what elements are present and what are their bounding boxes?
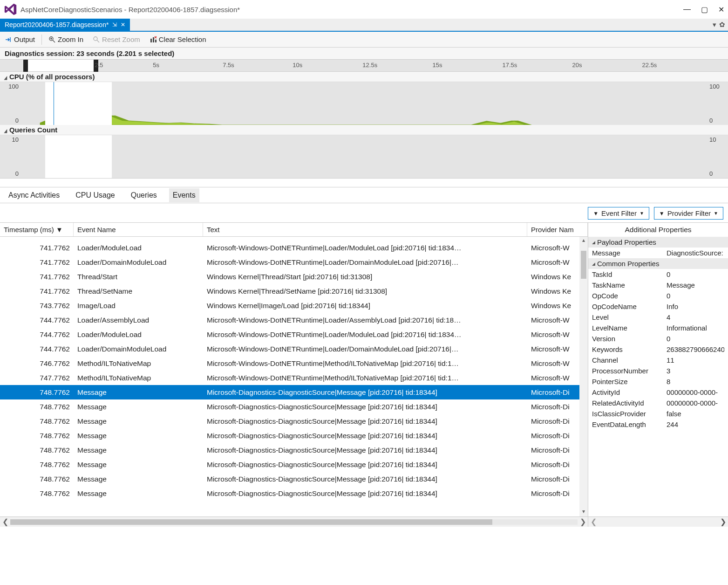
maximize-button[interactable]: ▢ xyxy=(701,5,708,14)
cpu-panel-title: CPU (% of all processors) xyxy=(9,73,95,81)
table-row[interactable]: 748.7762MessageMicrosoft-Diagnostics-Dia… xyxy=(0,472,588,486)
gear-icon[interactable]: ✿ xyxy=(719,21,725,29)
property-value: DiagnosticSource: Enablin xyxy=(667,249,724,257)
table-row[interactable]: 748.7762MessageMicrosoft-Diagnostics-Dia… xyxy=(0,486,588,501)
cell-timestamp: 743.7762 xyxy=(0,302,74,310)
cell-provider: Microsoft-W xyxy=(527,330,588,339)
svg-rect-2 xyxy=(150,39,152,42)
pin-icon[interactable]: ⇲ xyxy=(112,21,117,28)
cpu-area xyxy=(21,82,707,125)
table-row[interactable]: 744.7762Loader/AssemblyLoadMicrosoft-Win… xyxy=(0,313,588,327)
payload-group-header[interactable]: Payload Properties xyxy=(588,237,728,248)
timeline-selection[interactable] xyxy=(26,60,96,71)
timeline-ruler[interactable]: 2.55s7.5s10s12.5s15s17.5s20s22.5s xyxy=(0,60,728,72)
cell-timestamp: 748.7762 xyxy=(0,489,74,498)
cpu-panel-header[interactable]: CPU (% of all processors) xyxy=(0,72,728,82)
close-tab-icon[interactable]: ✕ xyxy=(121,21,125,28)
queries-panel-title: Queries Count xyxy=(9,126,57,134)
view-tabs: Async ActivitiesCPU UsageQueriesEvents xyxy=(0,187,728,203)
cell-text: Microsoft-Diagnostics-DiagnosticSource|M… xyxy=(203,432,527,440)
scroll-left-icon[interactable]: ❮ xyxy=(0,517,10,526)
common-group-header[interactable]: Common Properties xyxy=(588,258,728,269)
tab-queries[interactable]: Queries xyxy=(127,188,161,202)
tab-events[interactable]: Events xyxy=(169,188,199,202)
cell-text: Microsoft-Windows-DotNETRuntime|Loader/A… xyxy=(203,316,527,324)
cell-event-name: Message xyxy=(74,388,203,397)
cell-timestamp: 741.7762 xyxy=(0,244,74,252)
cell-provider: Microsoft-Di xyxy=(527,417,588,426)
cell-provider: Microsoft-W xyxy=(527,345,588,353)
property-key: EventDataLength xyxy=(592,420,667,428)
table-row[interactable]: 748.7762MessageMicrosoft-Diagnostics-Dia… xyxy=(0,443,588,457)
cell-event-name: Message xyxy=(74,403,203,411)
cell-provider: Microsoft-W xyxy=(527,374,588,382)
property-row: Version0 xyxy=(588,333,728,344)
table-row[interactable]: 741.7762Loader/ModuleLoadMicrosoft-Windo… xyxy=(0,241,588,255)
table-row[interactable]: 748.7762MessageMicrosoft-Diagnostics-Dia… xyxy=(0,414,588,428)
cpu-chart[interactable]: 1000 1000 xyxy=(0,82,728,125)
col-provider[interactable]: Provider Nam xyxy=(527,223,588,236)
table-row[interactable]: 748.7762MessageMicrosoft-Diagnostics-Dia… xyxy=(0,457,588,472)
event-filter-button[interactable]: ▼Event Filter▼ xyxy=(588,207,649,220)
table-row[interactable]: 746.7762Method/ILToNativeMapMicrosoft-Wi… xyxy=(0,356,588,371)
dropdown-icon: ▼ xyxy=(640,211,644,216)
filter-icon: ▼ xyxy=(659,210,665,217)
close-button[interactable]: ✕ xyxy=(718,5,724,14)
table-row[interactable]: 748.7762MessageMicrosoft-Diagnostics-Dia… xyxy=(0,399,588,414)
props-scrollbar[interactable]: ❮ ❯ xyxy=(588,516,728,527)
clear-selection-button[interactable]: Clear Selection xyxy=(146,34,210,45)
scroll-right-icon[interactable]: ❯ xyxy=(718,517,728,526)
timeline-tick: 15s xyxy=(432,62,442,69)
cell-timestamp: 748.7762 xyxy=(0,461,74,469)
cell-timestamp: 746.7762 xyxy=(0,359,74,368)
property-value: 0 xyxy=(667,270,724,278)
cell-text: Microsoft-Windows-DotNETRuntime|Loader/M… xyxy=(203,330,527,339)
vertical-scrollbar[interactable]: ▴▾ xyxy=(579,237,588,516)
timeline-handle[interactable] xyxy=(23,60,28,72)
table-row[interactable]: 744.7762Loader/DomainModuleLoadMicrosoft… xyxy=(0,342,588,356)
timeline-tick: 12.5s xyxy=(362,62,377,69)
cell-event-name: Message xyxy=(74,489,203,498)
cell-event-name: Message xyxy=(74,475,203,483)
provider-filter-button[interactable]: ▼Provider Filter▼ xyxy=(654,207,723,220)
tab-overflow-icon[interactable]: ▾ xyxy=(713,21,716,29)
col-text[interactable]: Text xyxy=(203,223,527,236)
property-value: Message xyxy=(667,281,724,289)
scroll-down-icon[interactable]: ▾ xyxy=(582,508,585,516)
horizontal-scrollbar[interactable]: ❮ ❯ xyxy=(0,516,588,527)
cell-text: Windows Kernel|Thread/SetName [pid:20716… xyxy=(203,287,527,296)
cell-provider: Microsoft-Di xyxy=(527,388,588,397)
cell-event-name: Loader/DomainModuleLoad xyxy=(74,258,203,267)
svg-rect-4 xyxy=(155,40,156,42)
tab-cpu-usage[interactable]: CPU Usage xyxy=(72,188,118,202)
col-timestamp[interactable]: Timestamp (ms) ▼ xyxy=(0,223,74,236)
scroll-thumb[interactable] xyxy=(10,519,492,525)
cell-timestamp: 748.7762 xyxy=(0,475,74,483)
document-tab[interactable]: Report20200406-1857.diagsession* ⇲ ✕ xyxy=(0,19,130,31)
cell-event-name: Loader/AssemblyLoad xyxy=(74,316,203,324)
queries-chart[interactable]: 100 100 xyxy=(0,135,728,178)
table-row[interactable]: 743.7762Image/LoadWindows Kernel|Image/L… xyxy=(0,298,588,313)
table-row[interactable]: 747.7762Method/ILToNativeMapMicrosoft-Wi… xyxy=(0,371,588,385)
scroll-up-icon[interactable]: ▴ xyxy=(582,237,585,245)
cell-event-name: Message xyxy=(74,417,203,426)
table-row[interactable]: 748.7762MessageMicrosoft-Diagnostics-Dia… xyxy=(0,428,588,443)
table-row[interactable]: 741.7762Thread/StartWindows Kernel|Threa… xyxy=(0,269,588,284)
minimize-button[interactable]: — xyxy=(683,5,691,14)
table-row[interactable]: 748.7762MessageMicrosoft-Diagnostics-Dia… xyxy=(0,385,588,399)
tab-async-activities[interactable]: Async Activities xyxy=(5,188,63,202)
cell-timestamp: 741.7762 xyxy=(0,273,74,281)
zoom-in-button[interactable]: Zoom In xyxy=(45,34,87,45)
svg-point-1 xyxy=(94,37,97,41)
table-row[interactable]: 741.7762Loader/DomainModuleLoadMicrosoft… xyxy=(0,255,588,269)
title-bar: AspNetCoreDiagnosticScenarios - Report20… xyxy=(0,0,728,19)
queries-panel-header[interactable]: Queries Count xyxy=(0,125,728,135)
table-row[interactable]: 744.7762Loader/ModuleLoadMicrosoft-Windo… xyxy=(0,327,588,342)
scroll-right-icon[interactable]: ❯ xyxy=(578,517,588,526)
scroll-thumb[interactable] xyxy=(581,251,586,279)
output-button[interactable]: Output xyxy=(1,34,39,45)
table-body[interactable]: 741.7762Loader/ModuleLoadMicrosoft-Windo… xyxy=(0,237,588,516)
table-row[interactable]: 741.7762Thread/SetNameWindows Kernel|Thr… xyxy=(0,284,588,298)
col-event-name[interactable]: Event Name xyxy=(74,223,203,236)
table-row[interactable] xyxy=(0,237,588,241)
